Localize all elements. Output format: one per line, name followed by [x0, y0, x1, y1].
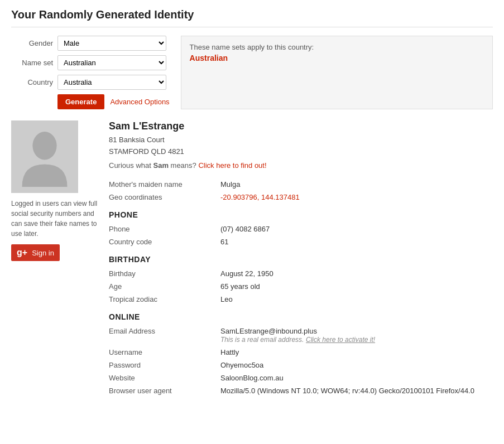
- phone-section-header: PHONE: [109, 210, 493, 219]
- website-value: SaloonBlog.com.au: [220, 371, 493, 384]
- country-label: Country: [11, 78, 53, 86]
- curious-section: Curious what Sam means? Click here to fi…: [109, 161, 493, 170]
- gplus-icon: g+: [17, 248, 27, 258]
- email-value: SamLEstrange@inbound.plus: [220, 327, 317, 335]
- signin-button[interactable]: g+ Sign in: [11, 244, 60, 261]
- email-label: Email Address: [109, 325, 220, 346]
- browser-agent-value: Mozilla/5.0 (Windows NT 10.0; WOW64; rv:…: [220, 384, 493, 397]
- username-label: Username: [109, 346, 220, 359]
- identity-address: 81 Banksia Court STAMFORD QLD 4821: [109, 134, 493, 158]
- page-title: Your Randomly Generated Identity: [11, 8, 493, 27]
- password-label: Password: [109, 359, 220, 371]
- svg-point-0: [32, 132, 56, 160]
- nameset-select[interactable]: Australian: [57, 55, 166, 70]
- birthday-label: Birthday: [109, 267, 220, 280]
- maiden-name-label: Mother's maiden name: [109, 178, 220, 191]
- geo-value[interactable]: -20.903796, 144.137481: [220, 193, 300, 201]
- address-line2: STAMFORD QLD 4821: [109, 147, 184, 156]
- address-line1: 81 Banksia Court: [109, 136, 165, 144]
- gender-label: Gender: [11, 39, 53, 47]
- email-note-text: This is a real email address.: [220, 336, 304, 344]
- country-code-label: Country code: [109, 235, 220, 248]
- advanced-options-link[interactable]: Advanced Options: [110, 98, 169, 106]
- nameset-info-text: These name sets apply to this country:: [190, 43, 314, 51]
- zodiac-value: Leo: [220, 293, 493, 306]
- zodiac-label: Tropical zodiac: [109, 293, 220, 306]
- nameset-label: Name set: [11, 59, 53, 67]
- age-label: Age: [109, 280, 220, 293]
- identity-name: Sam L'Estrange: [109, 120, 493, 132]
- curious-link[interactable]: Click here to find out!: [198, 161, 266, 170]
- curious-prefix: Curious what: [109, 161, 153, 170]
- curious-suffix: means?: [169, 161, 196, 170]
- gender-select[interactable]: Male: [57, 36, 166, 51]
- curious-name: Sam: [153, 161, 168, 170]
- phone-label: Phone: [109, 223, 220, 235]
- birthday-section-header: BIRTHDAY: [109, 255, 493, 264]
- password-value: Ohyemoc5oa: [220, 359, 493, 371]
- website-label: Website: [109, 371, 220, 384]
- signin-label: Sign in: [32, 249, 54, 257]
- birthday-value: August 22, 1950: [220, 267, 493, 280]
- username-value: Hattly: [220, 346, 493, 359]
- email-activate-link[interactable]: Click here to activate it!: [306, 336, 375, 344]
- generate-button[interactable]: Generate: [57, 94, 104, 109]
- geo-label: Geo coordinates: [109, 191, 220, 204]
- country-code-value: 61: [220, 235, 493, 248]
- country-select[interactable]: Australia: [57, 75, 166, 90]
- online-section-header: ONLINE: [109, 312, 493, 321]
- sidebar-description: Logged in users can view full social sec…: [11, 199, 98, 239]
- nameset-info-value: Australian: [190, 54, 484, 62]
- phone-value: (07) 4082 6867: [220, 223, 493, 235]
- avatar: [11, 120, 78, 193]
- nameset-info-box: These name sets apply to this country: A…: [181, 36, 493, 109]
- age-value: 65 years old: [220, 280, 493, 293]
- browser-agent-label: Browser user agent: [109, 384, 220, 397]
- maiden-name-value: Mulga: [220, 178, 493, 191]
